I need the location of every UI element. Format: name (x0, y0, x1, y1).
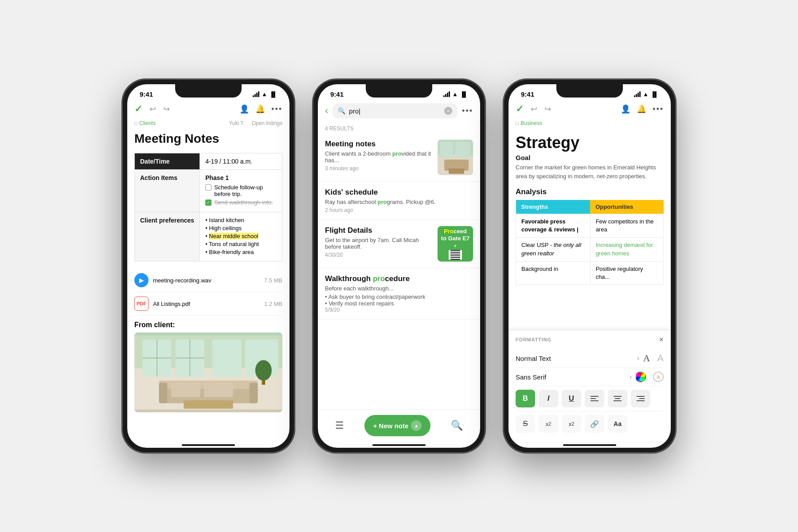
check-icon-1[interactable]: ✓ (134, 103, 142, 115)
normal-text-chevron: › (637, 354, 639, 362)
check-icon-3[interactable]: ✓ (516, 103, 524, 115)
thumb-room-1 (438, 140, 473, 175)
breadcrumb-label-1[interactable]: Clients (139, 120, 156, 126)
result-item-4[interactable]: Walkthrough procedure Before each walkth… (318, 268, 480, 320)
qr-box-3 (449, 250, 462, 260)
file-1[interactable]: ▶ meeting-recording.wav 7.5 MB (134, 269, 282, 292)
redo-icon-3[interactable]: ↪ (544, 104, 551, 114)
underline-button[interactable]: U (562, 390, 581, 407)
analysis-label-3: Analysis (516, 188, 664, 196)
from-client-label: From client: (134, 321, 282, 329)
breadcrumb-label-3[interactable]: Business (520, 120, 542, 126)
battery-icon-3: ▐▌ (651, 91, 658, 98)
bell-add-icon-3[interactable]: 🔔 (637, 104, 646, 114)
battery-icon-1: ▐▌ (270, 91, 277, 98)
result-desc-4-intro: Before each walkthrough... (325, 285, 473, 292)
checkbox-2[interactable]: ✓ (205, 200, 211, 206)
search-toolbar-2: ‹ 🔍 pro| × ••• (318, 100, 480, 122)
screen-content-1[interactable]: Meeting Notes Date/Time 4-19 / 11:00 a.m… (127, 130, 289, 442)
home-indicator-2 (372, 444, 426, 446)
screen-content-2[interactable]: Meeting notes Client wants a 2-bedroom p… (318, 133, 480, 409)
qr-inner-3 (450, 250, 460, 260)
serif-sample-1[interactable]: A (643, 352, 650, 364)
date-value: 4-19 / 11:00 a.m. (200, 153, 282, 170)
format-row-sans-serif[interactable]: Sans Serif › A (516, 368, 664, 386)
pdf-icon-1: PDF (134, 297, 149, 311)
person-add-icon-3[interactable]: 👤 (621, 104, 630, 114)
new-note-chevron-2[interactable]: ▲ (411, 420, 422, 431)
redo-icon-1[interactable]: ↪ (163, 104, 170, 114)
sans-sample-1[interactable]: A (657, 352, 664, 364)
date-label: Date/Time (135, 153, 200, 170)
new-note-button-2[interactable]: + New note ▲ (364, 415, 431, 436)
result-title-3: Flight Details (325, 226, 432, 235)
search-input-2[interactable]: pro| (349, 107, 441, 115)
close-formatting-3[interactable]: × (659, 336, 664, 344)
toolbar-3: ✓ ↩ ↪ 👤 🔔 ••• (509, 100, 671, 118)
result-time-1: 3 minutes ago (325, 165, 432, 172)
pref-item-2: High ceilings (205, 225, 277, 231)
align-left-button[interactable] (585, 390, 604, 407)
link-button[interactable]: 🔗 (585, 415, 604, 433)
new-note-label-2: + New note (373, 422, 409, 430)
subscript-button[interactable]: x2 (562, 415, 581, 433)
svg-rect-21 (440, 142, 453, 157)
checkbox-1[interactable] (205, 184, 211, 191)
align-center-button[interactable] (608, 390, 627, 407)
bell-add-icon-1[interactable]: 🔔 (255, 104, 265, 114)
search-more-icon-2[interactable]: ••• (462, 106, 473, 116)
home-indicator-3 (563, 444, 616, 446)
battery-icon-2: ▐▌ (460, 91, 468, 98)
result-item-2[interactable]: Kids' schedule Ray has afterschool progr… (318, 182, 480, 220)
svg-rect-4 (212, 340, 241, 377)
screen-content-3[interactable]: Strategy Goal Corner the market for gree… (509, 130, 671, 330)
breadcrumb-icon-3: □ (516, 120, 519, 126)
swot-header-row: Strengths Opportunities (516, 200, 664, 214)
search-clear-2[interactable]: × (444, 107, 452, 115)
superscript-button[interactable]: x2 (539, 415, 558, 433)
swot-cell-2-1: Clear USP - the only all green realtor (516, 238, 591, 261)
breadcrumb-icon-1: □ (134, 120, 137, 126)
italic-button[interactable]: I (539, 390, 558, 407)
client-image-1 (134, 332, 282, 412)
bold-button[interactable]: B (516, 390, 535, 407)
format-row-normal-text[interactable]: Normal Text › A A (516, 349, 664, 368)
result-desc-2: Ray has afterschool programs. Pickup @6. (325, 199, 473, 205)
color-picker-icon[interactable] (635, 372, 646, 382)
user-link-1[interactable]: Yuki T. (229, 120, 244, 126)
file-2[interactable]: PDF All Listings.pdf 1.2 MB (134, 292, 282, 316)
opportunities-header: Opportunities (590, 200, 663, 214)
normal-text-actions: A A (643, 352, 664, 364)
undo-icon-1[interactable]: ↩ (149, 104, 156, 114)
result-item-1[interactable]: Meeting notes Client wants a 2-bedroom p… (318, 133, 480, 182)
swot-cell-3-2: Positive regulatory cha... (590, 261, 663, 285)
strategy-title-3: Strategy (516, 133, 664, 152)
result-title-1: Meeting notes (325, 140, 432, 149)
result-desc-1: Client wants a 2-bedroom provided that i… (325, 150, 432, 164)
result-content-4: Walkthrough procedure Before each walkth… (325, 274, 473, 313)
result-item-3[interactable]: Flight Details Get to the airport by 7am… (318, 220, 480, 268)
search-icon-bottom-2[interactable]: 🔍 (451, 420, 463, 431)
breadcrumb-1: □ Clients Yuki T. Open listings (127, 118, 289, 130)
swot-row-1: Favorable press coverage & reviews | Few… (516, 214, 664, 238)
file-name-2: All Listings.pdf (153, 301, 190, 307)
room-illustration (134, 332, 282, 412)
status-icons-3: ▲ ▐▌ (634, 91, 658, 98)
strikethrough-button[interactable]: S (516, 415, 535, 433)
back-button-2[interactable]: ‹ (325, 105, 328, 117)
font-color-sample[interactable]: A (653, 372, 664, 382)
search-bar-2[interactable]: 🔍 pro| × (332, 103, 458, 118)
format-more-button[interactable]: Aa (608, 415, 627, 433)
more-icon-1[interactable]: ••• (271, 105, 282, 114)
undo-icon-3[interactable]: ↩ (531, 104, 537, 114)
task-label-1: Schedule follow-up before trip. (214, 184, 277, 197)
task-label-2: Send walkthrough info. (214, 199, 273, 206)
more-icon-3[interactable]: ••• (653, 105, 664, 114)
audio-icon-1: ▶ (134, 273, 149, 287)
toolbar-1: ✓ ↩ ↪ 👤 🔔 ••• (127, 100, 289, 118)
person-add-icon-1[interactable]: 👤 (239, 104, 249, 114)
listings-link-1[interactable]: Open listings (252, 120, 282, 126)
align-right-button[interactable] (631, 390, 650, 407)
menu-icon-2[interactable]: ☰ (335, 420, 344, 431)
notch-2 (366, 84, 432, 98)
